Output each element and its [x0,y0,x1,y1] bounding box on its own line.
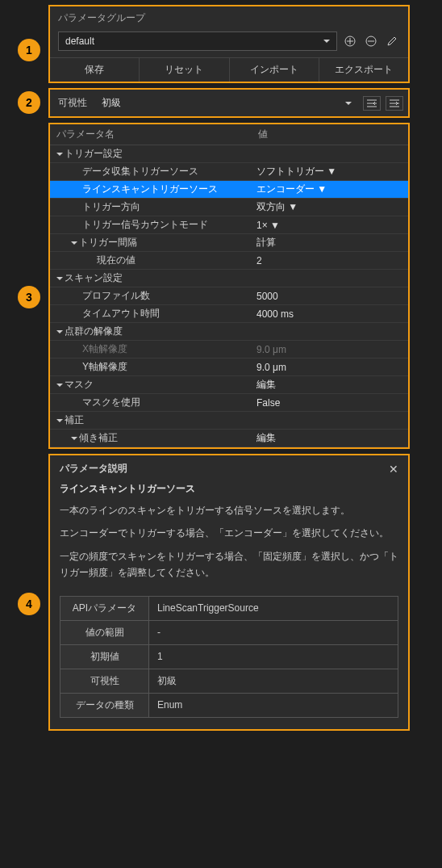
info-val: - [149,620,398,644]
parameter-value[interactable]: ソフトトリガー ▼ [252,165,408,178]
triangle-down-icon[interactable] [56,379,65,391]
parameter-value[interactable]: 2 [252,255,408,266]
info-key: APIパラメータ [60,596,149,620]
parameter-row[interactable]: マスク編集 [50,376,408,394]
parameter-value[interactable]: 計算 [252,236,408,249]
triangle-down-icon[interactable] [56,149,65,160]
parameter-name-cell: X軸解像度 [50,342,252,356]
triangle-down-icon[interactable] [71,433,79,444]
parameter-name-cell: タイムアウト時間 [50,307,252,321]
parameter-value[interactable]: 4000 ms [252,308,408,320]
add-group-button[interactable] [342,33,358,49]
parameter-name-cell: 現在の値 [50,254,252,267]
parameter-name-cell: マスク [50,378,252,392]
param-group-selected: default [65,36,94,47]
visibility-select[interactable]: 初級 [95,93,358,113]
info-key: 値の範囲 [60,620,149,644]
close-icon: ✕ [389,463,398,476]
table-row: 初期値1 [60,644,398,669]
parameter-name: 傾き補正 [79,431,118,445]
parameter-name-cell: マスクを使用 [50,396,252,409]
table-row: APIパラメータLineScanTriggerSource [60,596,398,620]
parameter-tree: トリガー設定データ収集トリガーソースソフトトリガー ▼ラインスキャントリガーソー… [50,145,408,447]
expand-all-button[interactable] [386,96,403,111]
close-button[interactable]: ✕ [389,463,398,476]
parameter-value[interactable]: エンコーダー ▼ [252,182,408,196]
parameter-row[interactable]: 補正 [50,412,408,430]
save-button[interactable]: 保存 [50,58,140,82]
parameter-value[interactable]: 編集 [252,431,408,445]
parameter-name: X軸解像度 [82,342,127,356]
parameter-row[interactable]: タイムアウト時間4000 ms [50,305,408,323]
info-key: 初期値 [60,644,149,669]
parameter-name: 点群の解像度 [65,325,123,338]
description-title: パラメータ説明 [60,462,127,476]
parameter-row[interactable]: Y軸解像度9.0 μm [50,359,408,376]
parameter-name-cell: トリガー信号カウントモード [50,218,252,232]
parameter-value[interactable]: 編集 [252,378,408,392]
triangle-down-icon[interactable] [56,415,65,426]
parameter-row[interactable]: トリガー信号カウントモード1× ▼ [50,216,408,234]
visibility-label: 可視性 [55,96,90,110]
parameter-row[interactable]: 現在の値2 [50,252,408,270]
parameter-name: マスク [65,378,94,392]
remove-group-button[interactable] [363,33,379,49]
parameter-row[interactable]: トリガー間隔計算 [50,234,408,252]
parameter-value[interactable]: 9.0 μm [252,362,408,373]
chevron-down-icon [345,98,352,109]
edit-group-button[interactable] [384,33,400,49]
description-info-table: APIパラメータLineScanTriggerSource 値の範囲- 初期値1… [60,596,398,718]
param-group-select[interactable]: default [58,31,337,51]
collapse-all-button[interactable] [363,96,381,111]
export-button[interactable]: エクスポート [319,58,408,82]
parameter-row[interactable]: X軸解像度9.0 μm [50,341,408,359]
parameter-row[interactable]: 点群の解像度 [50,323,408,341]
collapse-icon [367,99,377,107]
section-badge-2: 2 [18,91,40,114]
triangle-down-icon[interactable] [56,273,65,284]
table-row: 可視性初級 [60,669,398,693]
parameter-value[interactable]: 1× ▼ [252,220,408,231]
parameter-row[interactable]: プロファイル数5000 [50,287,408,305]
parameter-value[interactable]: 5000 [252,291,408,302]
parameter-value[interactable]: False [252,397,408,409]
section-badge-4: 4 [18,593,40,615]
description-para: 一定の頻度でスキャンをトリガーする場合、「固定頻度」を選択し、かつ「トリガー頻度… [60,548,398,581]
minus-circle-icon [365,36,377,47]
parameter-row[interactable]: マスクを使用False [50,394,408,412]
parameter-value[interactable]: 双方向 ▼ [252,200,408,214]
parameter-name-cell: Y軸解像度 [50,360,252,374]
parameter-name: トリガー間隔 [79,236,137,249]
import-button[interactable]: インポート [230,58,319,82]
parameter-name-cell: トリガー方向 [50,200,252,214]
triangle-down-icon[interactable] [71,237,79,249]
parameter-row[interactable]: スキャン設定 [50,270,408,287]
parameter-name-cell: 補正 [50,413,252,427]
parameter-name-cell: ラインスキャントリガーソース [50,182,252,196]
parameter-row[interactable]: データ収集トリガーソースソフトトリガー ▼ [50,163,408,181]
param-group-label: パラメータグループ [50,6,408,28]
plus-circle-icon [344,36,356,47]
parameter-name: プロファイル数 [82,289,150,303]
reset-button[interactable]: リセット [140,58,229,82]
info-val: 初級 [149,669,398,693]
info-key: 可視性 [60,669,149,693]
parameter-row[interactable]: トリガー設定 [50,145,408,163]
parameter-row[interactable]: トリガー方向双方向 ▼ [50,199,408,216]
info-val: Enum [149,693,398,717]
triangle-down-icon[interactable] [56,326,65,338]
parameter-row[interactable]: 傾き補正編集 [50,430,408,447]
parameter-name: トリガー設定 [65,147,123,161]
parameter-name: 補正 [65,413,84,427]
parameter-name: トリガー信号カウントモード [82,218,208,232]
table-row: データの種類Enum [60,693,398,717]
parameter-row[interactable]: ラインスキャントリガーソースエンコーダー ▼ [50,181,408,199]
column-header-value: 値 [258,128,268,141]
parameter-name: トリガー方向 [82,200,140,214]
parameter-name: タイムアウト時間 [82,307,160,321]
description-para: 一本のラインのスキャンをトリガーする信号ソースを選択します。 [60,502,398,518]
description-subtitle: ラインスキャントリガーソース [60,479,398,502]
parameter-value[interactable]: 9.0 μm [252,344,408,355]
section-badge-1: 1 [18,39,40,61]
parameter-name: マスクを使用 [82,396,140,409]
